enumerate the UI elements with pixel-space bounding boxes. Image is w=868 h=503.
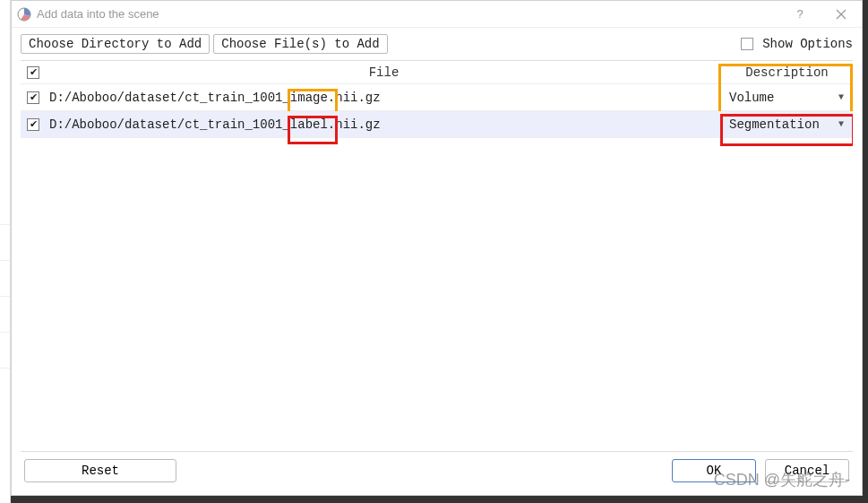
header-description[interactable]: Description <box>718 65 853 80</box>
choose-files-button[interactable]: Choose File(s) to Add <box>213 34 387 54</box>
row-checkbox[interactable]: ✔ <box>27 118 39 131</box>
dialog-footer: Reset OK Cancel <box>12 452 862 495</box>
file-path-cell: D:/Aboboo/dataset/ct_train_1001_image.ni… <box>46 91 718 105</box>
description-dropdown[interactable]: Segmentation ▼ <box>718 117 853 132</box>
background-app-strip <box>0 0 11 503</box>
row-checkbox[interactable]: ✔ <box>27 91 39 104</box>
chevron-down-icon: ▼ <box>838 92 844 102</box>
close-button[interactable] <box>821 1 862 28</box>
file-table: ✔ File Description ✔ D:/Aboboo/dataset/c… <box>21 60 853 452</box>
app-icon <box>17 7 31 22</box>
header-file[interactable]: File <box>46 65 718 80</box>
window-title: Add data into the scene <box>37 7 159 21</box>
toolbar: Choose Directory to Add Choose File(s) t… <box>12 28 862 60</box>
reset-button[interactable]: Reset <box>24 459 176 482</box>
description-dropdown[interactable]: Volume ▼ <box>718 91 853 105</box>
show-options-label: Show Options <box>762 37 853 51</box>
show-options-checkbox[interactable] <box>741 38 753 50</box>
choose-directory-button[interactable]: Choose Directory to Add <box>21 34 210 54</box>
ok-button[interactable]: OK <box>672 459 756 482</box>
chevron-down-icon: ▼ <box>838 119 844 129</box>
titlebar: Add data into the scene ? <box>12 1 862 28</box>
table-header: ✔ File Description <box>21 61 853 84</box>
file-path-cell: D:/Aboboo/dataset/ct_train_1001_label.ni… <box>46 117 718 132</box>
table-row[interactable]: ✔ D:/Aboboo/dataset/ct_train_1001_label.… <box>21 111 853 138</box>
cancel-button[interactable]: Cancel <box>765 459 849 482</box>
select-all-checkbox[interactable]: ✔ <box>27 66 39 79</box>
add-data-dialog: Add data into the scene ? Choose Directo… <box>11 0 863 496</box>
header-checkbox-cell[interactable]: ✔ <box>21 66 46 79</box>
table-row[interactable]: ✔ D:/Aboboo/dataset/ct_train_1001_image.… <box>21 84 853 111</box>
help-button[interactable]: ? <box>779 1 821 28</box>
